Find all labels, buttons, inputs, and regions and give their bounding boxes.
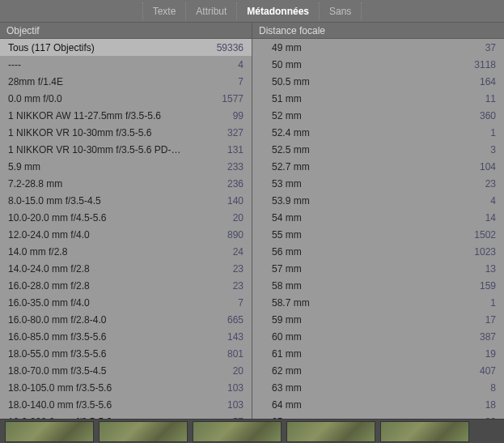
list-item[interactable]: 1 NIKKOR VR 10-30mm f/3.5-5.6 PD-ZOOM131 [0, 141, 252, 158]
list-item[interactable]: 56 mm1023 [252, 243, 504, 260]
list-item-count: 1023 [474, 246, 496, 258]
list-item[interactable]: 16.0-85.0 mm f/3.5-5.6143 [0, 328, 252, 345]
list-item[interactable]: 0.0 mm f/0.01577 [0, 90, 252, 107]
list-item-label: 18.0-70.0 mm f/3.5-4.5 [8, 365, 106, 377]
list-item-label: 14.0 mm f/2.8 [8, 246, 67, 258]
list-item[interactable]: 51 mm11 [252, 90, 504, 107]
list-item-label: 57 mm [260, 263, 302, 275]
list-item[interactable]: 28mm f/1.4E7 [0, 73, 252, 90]
list-item-label: 7.2-28.8 mm [8, 178, 62, 190]
list-item[interactable]: 16.0-80.0 mm f/2.8-4.0665 [0, 311, 252, 328]
list-item[interactable]: 55 mm1502 [252, 226, 504, 243]
list-item[interactable]: 50 mm3118 [252, 56, 504, 73]
list-item-count: 20 [233, 212, 244, 224]
list-item-label: 52.4 mm [260, 127, 310, 138]
tab-metadonnees[interactable]: Métadonnées [236, 2, 319, 20]
list-item-label: 52.5 mm [260, 144, 310, 155]
list-item[interactable]: 5.9 mm233 [0, 158, 252, 175]
thumbnail[interactable] [286, 421, 375, 442]
list-item[interactable]: 52.7 mm104 [252, 158, 504, 175]
list-item[interactable]: 65 mm36 [252, 413, 504, 419]
list-item[interactable]: 58.7 mm1 [252, 294, 504, 311]
list-item-count: 131 [227, 144, 244, 155]
list-item-label: 50 mm [260, 59, 302, 70]
list-item-label: 18.0-55.0 mm f/3.5-5.6 [8, 348, 106, 360]
column-objectif: Objectif Tous (117 Objectifs)59336----4 … [0, 23, 252, 419]
list-item[interactable]: 59 mm17 [252, 311, 504, 328]
list-item-label: 5.9 mm [8, 161, 40, 173]
list-item-label: 49 mm [260, 42, 302, 53]
list-item[interactable]: 61 mm19 [252, 345, 504, 362]
list-item[interactable]: 54 mm14 [252, 209, 504, 226]
thumbnail[interactable] [5, 421, 94, 442]
list-item[interactable]: 18.0-70.0 mm f/3.5-4.520 [0, 362, 252, 379]
list-item[interactable]: 57 mm13 [252, 260, 504, 277]
columns: Objectif Tous (117 Objectifs)59336----4 … [0, 23, 504, 419]
list-item-count: 99 [233, 110, 244, 121]
list-item[interactable]: 16.0-28.0 mm f/2.823 [0, 277, 252, 294]
list-item[interactable]: 10.0-20.0 mm f/4.5-5.620 [0, 209, 252, 226]
list-item-label: 12.0-24.0 mm f/4.0 [8, 229, 90, 241]
list-item[interactable]: 7.2-28.8 mm236 [0, 175, 252, 192]
list-item[interactable]: 50.5 mm164 [252, 73, 504, 90]
list-item[interactable]: ----4 [0, 56, 252, 73]
list-item-count: 4 [490, 195, 496, 207]
list-item[interactable]: Tous (117 Objectifs)59336 [0, 39, 252, 56]
list-item-label: 53.9 mm [260, 195, 310, 207]
list-item-label: 50.5 mm [260, 76, 310, 87]
list-item[interactable]: 49 mm37 [252, 39, 504, 56]
list-item[interactable]: 1 NIKKOR VR 10-30mm f/3.5-5.6327 [0, 124, 252, 141]
list-item[interactable]: 63 mm8 [252, 379, 504, 396]
list-item-label: 64 mm [260, 399, 302, 411]
list-item[interactable]: 58 mm159 [252, 277, 504, 294]
list-item-count: 13 [485, 263, 496, 275]
list-item[interactable]: 18.0-200.0 mm f/3.5-5.657 [0, 413, 252, 419]
thumbnail[interactable] [99, 421, 188, 442]
list-item-count: 103 [227, 382, 244, 394]
list-item[interactable]: 14.0 mm f/2.824 [0, 243, 252, 260]
thumbnail[interactable] [380, 421, 469, 442]
list-item[interactable]: 16.0-35.0 mm f/4.07 [0, 294, 252, 311]
list-item-count: 3 [490, 144, 496, 155]
column-header-objectif[interactable]: Objectif [0, 23, 252, 39]
list-item[interactable]: 52 mm360 [252, 107, 504, 124]
list-item-label: 18.0-105.0 mm f/3.5-5.6 [8, 382, 112, 394]
list-item-count: 17 [485, 314, 496, 326]
list-item-count: 1 [490, 297, 496, 309]
list-item-label: 1 NIKKOR AW 11-27.5mm f/3.5-5.6 [8, 110, 161, 121]
list-item[interactable]: 8.0-15.0 mm f/3.5-4.5140 [0, 192, 252, 209]
list-item-count: 890 [227, 229, 244, 241]
tab-sans[interactable]: Sans [319, 2, 362, 20]
list-item[interactable]: 18.0-105.0 mm f/3.5-5.6103 [0, 379, 252, 396]
list-item[interactable]: 18.0-55.0 mm f/3.5-5.6801 [0, 345, 252, 362]
list-item-label: 59 mm [260, 314, 302, 326]
list-item-count: 1 [490, 127, 496, 138]
list-item[interactable]: 52.4 mm1 [252, 124, 504, 141]
list-item-label: 28mm f/1.4E [8, 76, 63, 87]
list-item[interactable]: 12.0-24.0 mm f/4.0890 [0, 226, 252, 243]
tab-attribut[interactable]: Attribut [185, 2, 236, 20]
list-objectif[interactable]: Tous (117 Objectifs)59336----4 28mm f/1.… [0, 39, 252, 419]
list-item[interactable]: 60 mm387 [252, 328, 504, 345]
list-item[interactable]: 1 NIKKOR AW 11-27.5mm f/3.5-5.699 [0, 107, 252, 124]
thumbnail[interactable] [193, 421, 282, 442]
list-item-label: ---- [8, 59, 21, 70]
list-item-label: 58.7 mm [260, 297, 310, 309]
list-item[interactable]: 14.0-24.0 mm f/2.823 [0, 260, 252, 277]
column-header-distance-focale[interactable]: Distance focale [252, 23, 504, 39]
list-item-label: Tous (117 Objectifs) [8, 42, 95, 53]
list-item-count: 665 [227, 314, 244, 326]
list-item[interactable]: 53.9 mm4 [252, 192, 504, 209]
list-item-count: 37 [485, 42, 496, 53]
list-distance-focale[interactable]: 49 mm3750 mm311850.5 mm16451 mm1152 mm36… [252, 39, 504, 419]
list-item[interactable]: 64 mm18 [252, 396, 504, 413]
list-item[interactable]: 53 mm23 [252, 175, 504, 192]
list-item[interactable]: 52.5 mm3 [252, 141, 504, 158]
list-item[interactable]: 18.0-140.0 mm f/3.5-5.6103 [0, 396, 252, 413]
tab-texte[interactable]: Texte [142, 2, 186, 20]
list-item-label: 53 mm [260, 178, 302, 190]
list-item-count: 103 [227, 399, 244, 411]
list-item-count: 7 [238, 76, 244, 87]
list-item[interactable]: 62 mm407 [252, 362, 504, 379]
filmstrip[interactable] [0, 419, 504, 443]
